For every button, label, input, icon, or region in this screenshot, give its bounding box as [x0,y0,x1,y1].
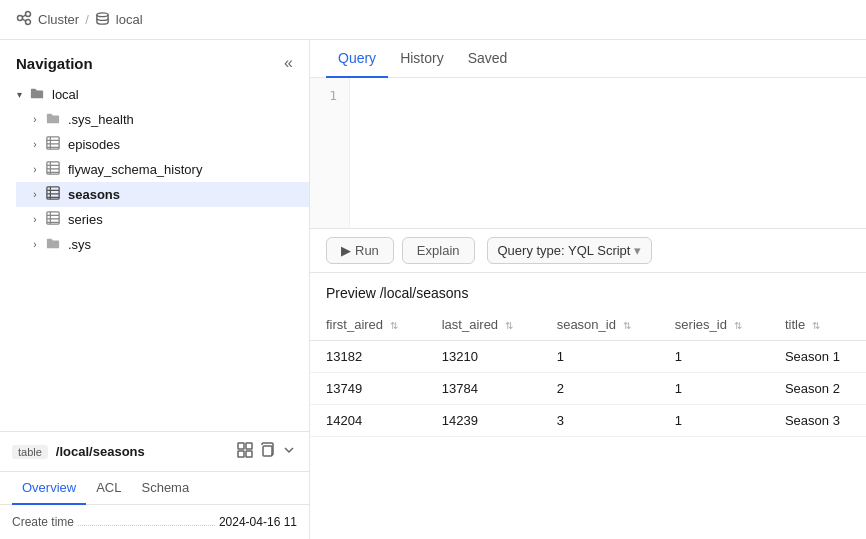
svg-rect-30 [263,446,272,456]
folder-icon [30,86,44,103]
tree-item-series[interactable]: › series [16,207,309,232]
explain-button[interactable]: Explain [402,237,475,264]
cell-last_aired: 14239 [426,405,541,437]
cell-last_aired: 13784 [426,373,541,405]
tree-root-label: local [52,87,79,102]
cell-first_aired: 13182 [310,341,426,373]
sort-icon: ⇅ [390,320,398,331]
cell-title: Season 2 [769,373,866,405]
table-badge: table [12,445,48,459]
chevron-right-icon: › [28,214,42,225]
query-toolbar: ▶ Run Explain Query type: YQL Script ▾ [310,229,866,273]
cell-first_aired: 14204 [310,405,426,437]
cell-title: Season 3 [769,405,866,437]
tree-root-local[interactable]: ▾ local [0,82,309,107]
folder-icon [46,111,60,128]
sort-icon: ⇅ [623,320,631,331]
svg-point-2 [26,20,31,25]
col-series-id[interactable]: series_id ⇅ [659,309,769,341]
svg-point-0 [18,16,23,21]
query-type-label: Query type: YQL Script [498,243,631,258]
table-icon [46,186,60,203]
cell-series_id: 1 [659,405,769,437]
table-row: 137491378421Season 2 [310,373,866,405]
copy-icon[interactable] [259,442,275,461]
tree-item-sys-health[interactable]: › .sys_health [16,107,309,132]
tab-query[interactable]: Query [326,40,388,78]
cell-season_id: 2 [541,373,659,405]
item-label: .sys [68,237,91,252]
query-type-select[interactable]: Query type: YQL Script ▾ [487,237,653,264]
cell-series_id: 1 [659,373,769,405]
sort-icon: ⇅ [812,320,820,331]
create-time-value: 2024-04-16 11 [219,515,297,529]
tab-history[interactable]: History [388,40,456,78]
sort-icon: ⇅ [734,320,742,331]
tab-saved[interactable]: Saved [456,40,520,78]
preview-header: Preview /local/seasons [310,273,866,309]
chevron-right-icon: › [28,139,42,150]
chevron-down-icon: ▾ [634,243,641,258]
line-number: 1 [322,88,337,103]
run-label: Run [355,243,379,258]
svg-point-5 [97,12,108,16]
tree-item-seasons[interactable]: › seasons [16,182,309,207]
cluster-icon [16,10,32,29]
data-table: first_aired ⇅ last_aired ⇅ season_id ⇅ [310,309,866,437]
cell-title: Season 1 [769,341,866,373]
preview-section: Preview /local/seasons first_aired ⇅ las… [310,273,866,539]
chevron-right-icon: › [28,114,42,125]
nav-tree: ▾ local › .sys_health › [0,82,309,431]
tree-item-flyway[interactable]: › flyway_schema_history [16,157,309,182]
table-header-row: first_aired ⇅ last_aired ⇅ season_id ⇅ [310,309,866,341]
tab-overview[interactable]: Overview [12,472,86,505]
table-icon [46,211,60,228]
cell-series_id: 1 [659,341,769,373]
chevron-down-icon[interactable] [281,442,297,461]
editor-content[interactable] [350,78,866,228]
sidebar-title: Navigation [16,55,93,72]
grid-icon[interactable] [237,442,253,461]
item-label: flyway_schema_history [68,162,202,177]
breadcrumb-sep: / [85,12,89,27]
col-season-id[interactable]: season_id ⇅ [541,309,659,341]
item-label: seasons [68,187,120,202]
svg-rect-27 [246,443,252,449]
tree-item-episodes[interactable]: › episodes [16,132,309,157]
svg-line-4 [23,19,26,21]
sidebar: Navigation « ▾ local › .sys_health [0,40,310,539]
run-button[interactable]: ▶ Run [326,237,394,264]
col-first-aired[interactable]: first_aired ⇅ [310,309,426,341]
item-label: series [68,212,103,227]
db-name[interactable]: local [116,12,143,27]
tab-schema[interactable]: Schema [131,472,199,505]
topbar: Cluster / local [0,0,866,40]
play-icon: ▶ [341,243,351,258]
tab-acl[interactable]: ACL [86,472,131,505]
chevron-right-icon: › [28,239,42,250]
chevron-right-icon: › [28,189,42,200]
folder-icon [46,236,60,253]
col-last-aired[interactable]: last_aired ⇅ [426,309,541,341]
cell-season_id: 1 [541,341,659,373]
svg-rect-29 [246,451,252,457]
col-title[interactable]: title ⇅ [769,309,866,341]
right-panel: Query History Saved 1 ▶ Run Explain Quer… [310,40,866,539]
cluster-label[interactable]: Cluster [38,12,79,27]
item-label: episodes [68,137,120,152]
query-editor: 1 [310,78,866,229]
meta-dots [78,525,215,526]
svg-rect-26 [238,443,244,449]
table-icon [46,136,60,153]
query-tabs: Query History Saved [310,40,866,78]
table-row: 131821321011Season 1 [310,341,866,373]
table-path: /local/seasons [56,444,229,459]
table-row: 142041423931Season 3 [310,405,866,437]
svg-line-3 [23,15,26,17]
tree-item-sys[interactable]: › .sys [16,232,309,257]
collapse-button[interactable]: « [284,54,293,72]
svg-point-1 [26,12,31,17]
sort-icon: ⇅ [505,320,513,331]
table-info-panel: table /local/seasons Overview ACL [0,431,309,539]
item-label: .sys_health [68,112,134,127]
